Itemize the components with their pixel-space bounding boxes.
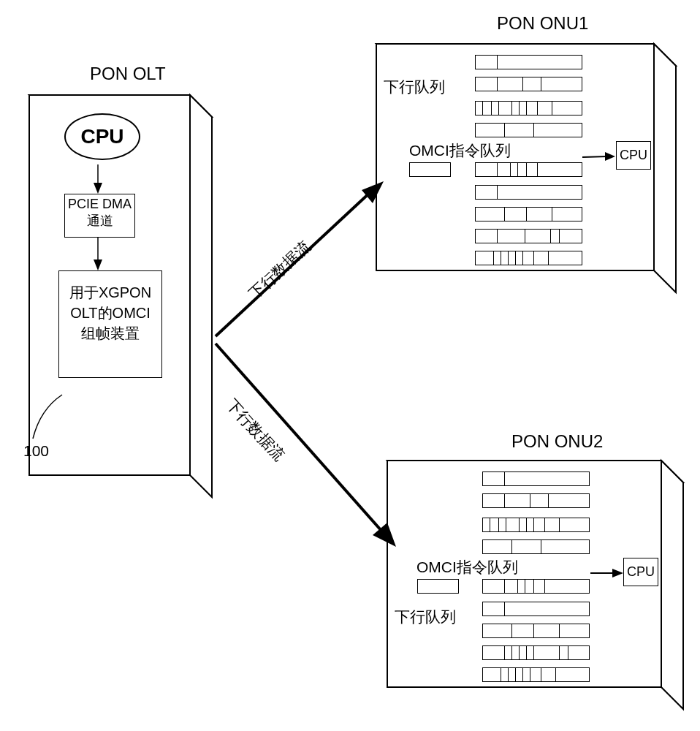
onu2-queue-omci (482, 579, 590, 594)
onu1-queue-6 (475, 207, 582, 221)
onu1-queue-1 (475, 55, 582, 69)
flow-label-onu2: 下行数据流 (222, 395, 289, 466)
onu1-queue-2 (475, 77, 582, 91)
onu2-queue-5 (482, 602, 590, 616)
onu1-queue-7 (475, 229, 582, 243)
onu1-title: PON ONU1 (497, 13, 588, 34)
svg-marker-0 (29, 95, 212, 117)
svg-marker-14 (362, 181, 384, 203)
svg-marker-18 (605, 152, 615, 161)
svg-marker-1 (190, 95, 212, 497)
onu2-cpu: CPU (623, 558, 658, 586)
onu1-cpu: CPU (616, 141, 651, 170)
onu1-omci-queue-box (409, 162, 451, 177)
onu2-queue-3 (482, 518, 590, 532)
onu1-queue-label: 下行队列 (384, 77, 445, 97)
svg-marker-12 (94, 260, 102, 270)
onu2-queue-2 (482, 493, 590, 508)
olt-title: PON OLT (90, 64, 166, 84)
svg-marker-10 (94, 183, 102, 194)
onu2-queue-6 (482, 624, 590, 638)
onu2-omci-label: OMCI指令队列 (416, 557, 518, 577)
onu1-queue-omci (475, 162, 582, 177)
onu1-queue-5 (475, 185, 582, 200)
onu1-omci-label: OMCI指令队列 (409, 140, 511, 161)
onu1-queue-4 (475, 123, 582, 137)
onu2-queue-4 (482, 539, 590, 554)
pcie-dma-box: PCIE DMA 通道 (64, 194, 135, 238)
flow-label-onu1: 下行数据流 (245, 236, 315, 303)
onu2-queue-7 (482, 645, 590, 660)
svg-marker-20 (612, 569, 623, 577)
onu2-omci-queue-box (417, 579, 459, 594)
onu2-title: PON ONU2 (511, 431, 603, 452)
svg-marker-4 (654, 44, 676, 292)
svg-marker-7 (661, 461, 683, 709)
onu1-queue-8 (475, 251, 582, 265)
svg-marker-16 (373, 523, 396, 547)
onu2-queue-8 (482, 667, 590, 682)
onu1-queue-3 (475, 101, 582, 115)
onu2-queue-1 (482, 471, 590, 486)
olt-cpu: CPU (64, 113, 140, 160)
ref-100: 100 (23, 442, 49, 460)
svg-line-17 (582, 156, 608, 157)
onu2-queue-label: 下行队列 (395, 607, 456, 627)
omci-framing-device: 用于XGPON OLT的OMCI 组帧装置 (58, 270, 162, 378)
svg-line-15 (216, 344, 387, 537)
